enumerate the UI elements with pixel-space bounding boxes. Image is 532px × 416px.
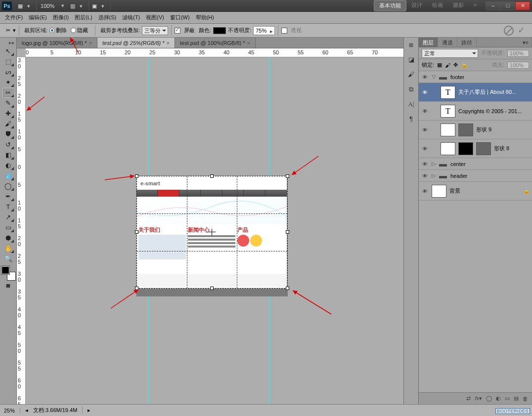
screen-mode-button[interactable]: ▣ ▾ (89, 1, 111, 10)
status-zoom[interactable]: 25% (4, 408, 20, 414)
healing-tool[interactable]: ✚ (2, 109, 14, 119)
delete-layer-icon[interactable]: 🗑 (523, 396, 528, 402)
eraser-tool[interactable]: ◧ (2, 150, 14, 160)
layer-name[interactable]: 形状 9 (476, 126, 530, 133)
crop-handle-ne[interactable] (286, 174, 289, 178)
panel-menu-icon[interactable]: ▾≡ (520, 38, 532, 47)
lock-transparency-icon[interactable]: ▦ (437, 62, 442, 68)
layer-name[interactable]: 关于八零后 | About 80... (458, 88, 530, 96)
path-select-tool[interactable]: ↗ (2, 212, 14, 222)
swatches-panel-icon[interactable]: ◪ (406, 55, 416, 64)
history-panel-icon[interactable]: ≣ (406, 41, 416, 49)
canvas[interactable]: e-smart 关于我们 新闻中心 产品 (26, 57, 403, 404)
history-brush-tool[interactable]: ↺ (2, 140, 14, 150)
visibility-icon[interactable]: 👁 (421, 89, 429, 95)
layer-row[interactable]: 👁▷▬header (419, 170, 532, 182)
stamp-tool[interactable]: ⛊ (2, 129, 14, 139)
crop-handle-se[interactable] (286, 287, 289, 290)
paragraph-panel-icon[interactable]: ¶ (406, 115, 416, 124)
gradient-tool[interactable]: ◐ (2, 161, 14, 170)
blur-tool[interactable]: 💧 (2, 171, 14, 181)
visibility-icon[interactable]: 👁 (421, 108, 429, 114)
close-icon[interactable]: × (247, 38, 250, 48)
layer-name[interactable]: footer (450, 74, 530, 80)
radio-delete[interactable]: 删除 (49, 27, 67, 34)
color-swatches[interactable] (1, 266, 15, 280)
clone-panel-icon[interactable]: ⧉ (406, 85, 416, 94)
shield-checkbox[interactable] (175, 28, 180, 34)
layer-opacity-value[interactable]: 100% (507, 50, 529, 57)
maximize-button[interactable]: □ (500, 1, 515, 10)
workspace-more[interactable]: » (469, 0, 482, 11)
dodge-tool[interactable]: ◯ (2, 181, 14, 191)
menu-edit[interactable]: 编辑(E) (26, 14, 50, 21)
pen-tool[interactable]: ✒ (2, 192, 14, 202)
eyedropper-tool[interactable]: ✎ (2, 98, 14, 108)
visibility-icon[interactable]: 👁 (421, 74, 429, 80)
layer-row[interactable]: 👁T关于八零后 | About 80... (419, 83, 532, 102)
brush-tool[interactable]: 🖌 (2, 119, 14, 129)
workspace-photography[interactable]: 摄影 (448, 0, 469, 11)
visibility-icon[interactable]: 👁 (421, 127, 429, 133)
character-panel-icon[interactable]: A| (406, 100, 416, 109)
fill-value[interactable]: 100% (507, 62, 529, 69)
crop-handle-w[interactable] (135, 230, 138, 234)
view-extras-button[interactable]: ▥ ▾ (67, 1, 89, 10)
tab-channels[interactable]: 通道 (438, 38, 457, 47)
layer-row[interactable]: 👁形状 8 (419, 139, 532, 158)
minimize-button[interactable]: – (486, 1, 500, 10)
crop-tool[interactable]: ✂ (2, 88, 14, 98)
crop-handle-e[interactable] (286, 230, 289, 234)
layer-row[interactable]: 👁TCopyrights © 2005 - 201... (419, 102, 532, 121)
crop-center-icon[interactable] (209, 229, 216, 236)
adjustment-layer-icon[interactable]: ◐ (496, 395, 501, 402)
status-docinfo[interactable]: 文档:3.66M/19.4M (33, 407, 83, 414)
overlay-select[interactable]: 三等分 (142, 26, 168, 35)
layer-name[interactable]: center (450, 161, 530, 167)
ruler-horizontal[interactable]: 0510152025303540455055606570 (26, 48, 403, 57)
lock-position-icon[interactable]: ✥ (453, 62, 458, 68)
bridge-button[interactable]: ▦ ▾ (15, 1, 37, 10)
crop-marquee[interactable] (136, 176, 288, 289)
link-layers-icon[interactable]: ⇄ (466, 395, 471, 402)
visibility-icon[interactable]: 👁 (421, 188, 429, 194)
layer-name[interactable]: header (450, 173, 530, 179)
doc-tab-1[interactable]: logo.jpg @ 100%(RGB/8) *× (17, 38, 97, 48)
workspace-design[interactable]: 设计 (406, 0, 427, 11)
brush-panel-icon[interactable]: 🖌 (406, 70, 416, 79)
close-icon[interactable]: × (167, 38, 170, 48)
shield-color-swatch[interactable] (213, 27, 226, 34)
ruler-vertical[interactable]: 3 02 52 01 51 05051 01 52 02 53 03 54 04… (17, 57, 26, 404)
radio-hide[interactable]: 隐藏 (71, 27, 88, 34)
menu-view[interactable]: 视图(V) (143, 14, 167, 21)
workspace-essentials[interactable]: 基本功能 (374, 0, 406, 11)
commit-crop-icon[interactable]: ✓ (518, 26, 525, 36)
layer-row[interactable]: 👁▷▬center (419, 158, 532, 170)
menu-filter[interactable]: 滤镜(T) (119, 14, 143, 21)
close-icon[interactable]: × (89, 38, 92, 48)
layer-name[interactable]: 形状 8 (494, 145, 530, 152)
opacity-input[interactable]: 75% (253, 26, 275, 35)
close-button[interactable]: ✕ (515, 1, 530, 10)
layer-row[interactable]: 👁形状 9 (419, 121, 532, 139)
3d-tool[interactable]: ⬢ (2, 233, 14, 243)
crop-tool-icon[interactable]: ✂ (3, 27, 13, 34)
new-layer-icon[interactable]: ▤ (514, 395, 519, 402)
visibility-icon[interactable]: 👁 (421, 146, 429, 152)
doc-tab-3[interactable]: test.psd @ 100%(RGB/8) *× (175, 38, 256, 48)
layer-fx-icon[interactable]: fx▾ (475, 395, 482, 402)
perspective-checkbox[interactable] (281, 28, 287, 34)
visibility-icon[interactable]: 👁 (421, 173, 429, 179)
tab-layers[interactable]: 图层 (419, 38, 438, 47)
layer-row[interactable]: 👁▽▬footer (419, 71, 532, 83)
hand-tool[interactable]: ✋ (2, 244, 14, 253)
menu-help[interactable]: 帮助(H) (193, 14, 217, 21)
layer-name[interactable]: Copyrights © 2005 - 201... (458, 108, 530, 114)
crop-handle-s[interactable] (210, 287, 214, 290)
visibility-icon[interactable]: 👁 (421, 161, 429, 167)
type-tool[interactable]: T (2, 202, 14, 212)
quick-select-tool[interactable]: ✦ (2, 78, 14, 87)
quick-mask-toggle[interactable]: ◙ (2, 281, 14, 291)
crop-handle-n[interactable] (210, 174, 214, 178)
lock-all-icon[interactable]: 🔒 (461, 62, 468, 68)
